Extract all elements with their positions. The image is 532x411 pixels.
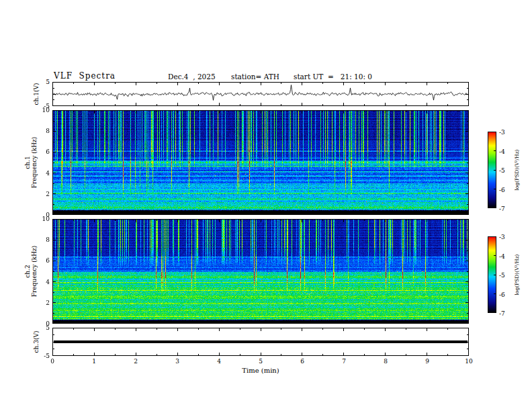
tick-label: 5 [30,79,50,85]
figure-title: VLF Spectra [54,71,116,81]
colorbar-1-label: log(PSD)(V²/Hz) [514,149,520,190]
ch2-frequency-axis-label-line2: Frequency (kHz) [31,246,38,298]
tick-label: -4 [499,253,505,260]
tick-label: 2 [126,358,146,365]
tick-label: 10 [30,107,50,113]
tick-label: 5 [30,324,50,331]
tick-label: 8 [30,236,50,243]
tick-label: 4 [30,279,50,285]
tick-label: -7 [499,205,505,212]
tick-label: 6 [292,358,312,365]
tick-label: 10 [459,358,479,365]
ch3-waveform-canvas [52,328,469,356]
tick-label: 2 [30,191,50,197]
figure-start-ut: start UT = 21: 10: 0 [294,73,372,81]
tick-label: 4 [209,358,229,365]
tick-label: 5 [251,358,271,365]
ch2-spectrogram-canvas [52,219,469,324]
tick-label: 0 [42,358,62,365]
colorbar-2-canvas [488,236,496,313]
tick-label: 1 [84,358,104,365]
tick-label: -7 [499,310,505,317]
colorbar-1-canvas [488,132,496,208]
x-axis-label: Time (min) [52,367,469,374]
ch1-waveform-canvas [52,82,469,106]
colorbar-2-label: log(PSD)(V²/Hz) [514,254,520,295]
tick-label: 10 [30,216,50,222]
tick-label: -6 [499,187,505,193]
tick-label: -3 [499,129,505,136]
ch1-frequency-axis-label: ch.1 Frequency (kHz) [24,137,38,189]
tick-label: 3 [167,358,187,365]
tick-label: 9 [417,358,437,365]
tick-label: -4 [499,148,505,155]
tick-label: 6 [30,257,50,264]
ch2-frequency-axis-label-line1: ch.2 [24,246,31,298]
tick-label: -3 [499,234,505,240]
ch1-frequency-axis-label-line2: Frequency (kHz) [31,137,38,189]
tick-label: 4 [30,170,50,177]
ch2-frequency-axis-label: ch.2 Frequency (kHz) [24,246,38,298]
tick-label: -5 [499,167,505,174]
ch1-frequency-axis-label-line1: ch.1 [24,137,31,189]
ch1-spectrogram-canvas [52,110,469,215]
tick-label: 2 [30,300,50,306]
tick-label: -5 [499,272,505,279]
tick-label: 6 [30,148,50,155]
ch3-voltage-axis-label: ch.3(V) [33,331,40,353]
vlf-spectra-figure: VLF Spectra Dec.4 , 2025 station= ATH st… [0,0,532,411]
tick-label: 8 [375,358,396,365]
tick-label: 7 [334,358,354,365]
figure-station: station= ATH [231,73,279,81]
figure-date: Dec.4 , 2025 [168,73,216,81]
tick-label: -6 [499,291,505,298]
tick-label: 8 [30,128,50,134]
ch1-voltage-axis-label: ch.1(V) [33,83,40,105]
